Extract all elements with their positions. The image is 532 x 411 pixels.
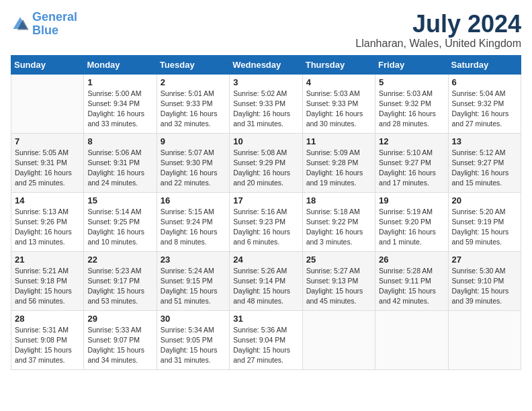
day-info: Sunrise: 5:15 AMSunset: 9:24 PMDaylight:… bbox=[161, 207, 226, 248]
calendar-cell: 14Sunrise: 5:13 AMSunset: 9:26 PMDayligh… bbox=[11, 192, 84, 251]
calendar-cell: 6Sunrise: 5:04 AMSunset: 9:32 PMDaylight… bbox=[448, 74, 521, 133]
week-row-1: 1Sunrise: 5:00 AMSunset: 9:34 PMDaylight… bbox=[11, 74, 521, 133]
day-number: 11 bbox=[306, 136, 371, 146]
calendar-cell bbox=[375, 310, 448, 369]
day-number: 18 bbox=[306, 195, 371, 205]
day-number: 30 bbox=[161, 314, 226, 324]
calendar-cell: 1Sunrise: 5:00 AMSunset: 9:34 PMDaylight… bbox=[84, 74, 157, 133]
calendar-cell: 12Sunrise: 5:10 AMSunset: 9:27 PMDayligh… bbox=[375, 133, 448, 192]
calendar-cell: 7Sunrise: 5:05 AMSunset: 9:31 PMDaylight… bbox=[11, 133, 84, 192]
day-number: 21 bbox=[15, 255, 80, 265]
day-info: Sunrise: 5:09 AMSunset: 9:28 PMDaylight:… bbox=[306, 148, 371, 189]
day-info: Sunrise: 5:00 AMSunset: 9:34 PMDaylight:… bbox=[87, 89, 152, 130]
day-info: Sunrise: 5:28 AMSunset: 9:11 PMDaylight:… bbox=[379, 266, 444, 307]
page-header: General Blue July 2024 Llanharan, Wales,… bbox=[11, 11, 521, 50]
day-number: 5 bbox=[379, 77, 444, 87]
day-info: Sunrise: 5:31 AMSunset: 9:08 PMDaylight:… bbox=[15, 325, 80, 366]
logo-text: General Blue bbox=[32, 11, 77, 38]
day-info: Sunrise: 5:12 AMSunset: 9:27 PMDaylight:… bbox=[452, 148, 517, 189]
day-number: 19 bbox=[379, 195, 444, 205]
header-sunday: Sunday bbox=[11, 55, 84, 74]
day-number: 14 bbox=[15, 195, 80, 205]
calendar-cell bbox=[448, 310, 521, 369]
header-wednesday: Wednesday bbox=[230, 55, 302, 74]
week-row-4: 21Sunrise: 5:21 AMSunset: 9:18 PMDayligh… bbox=[11, 251, 521, 310]
logo-icon bbox=[11, 15, 30, 34]
day-info: Sunrise: 5:07 AMSunset: 9:30 PMDaylight:… bbox=[161, 148, 226, 189]
calendar-cell: 16Sunrise: 5:15 AMSunset: 9:24 PMDayligh… bbox=[157, 192, 229, 251]
calendar-cell: 19Sunrise: 5:19 AMSunset: 9:20 PMDayligh… bbox=[375, 192, 448, 251]
day-number: 9 bbox=[161, 136, 226, 146]
calendar-cell: 17Sunrise: 5:16 AMSunset: 9:23 PMDayligh… bbox=[230, 192, 302, 251]
week-row-3: 14Sunrise: 5:13 AMSunset: 9:26 PMDayligh… bbox=[11, 192, 521, 251]
calendar-table: SundayMondayTuesdayWednesdayThursdayFrid… bbox=[11, 55, 521, 370]
calendar-cell: 24Sunrise: 5:26 AMSunset: 9:14 PMDayligh… bbox=[230, 251, 302, 310]
calendar-cell: 4Sunrise: 5:03 AMSunset: 9:33 PMDaylight… bbox=[302, 74, 375, 133]
day-number: 10 bbox=[233, 136, 298, 146]
day-number: 4 bbox=[306, 77, 371, 87]
day-number: 17 bbox=[233, 195, 298, 205]
calendar-cell: 30Sunrise: 5:34 AMSunset: 9:05 PMDayligh… bbox=[157, 310, 229, 369]
day-info: Sunrise: 5:05 AMSunset: 9:31 PMDaylight:… bbox=[15, 148, 80, 189]
day-info: Sunrise: 5:30 AMSunset: 9:10 PMDaylight:… bbox=[452, 266, 517, 307]
header-monday: Monday bbox=[84, 55, 157, 74]
day-number: 20 bbox=[452, 195, 517, 205]
calendar-cell: 28Sunrise: 5:31 AMSunset: 9:08 PMDayligh… bbox=[11, 310, 84, 369]
day-info: Sunrise: 5:34 AMSunset: 9:05 PMDaylight:… bbox=[161, 325, 226, 366]
day-number: 13 bbox=[452, 136, 517, 146]
day-info: Sunrise: 5:10 AMSunset: 9:27 PMDaylight:… bbox=[379, 148, 444, 189]
calendar-cell: 13Sunrise: 5:12 AMSunset: 9:27 PMDayligh… bbox=[448, 133, 521, 192]
month-year-title: July 2024 bbox=[355, 11, 521, 38]
calendar-cell: 10Sunrise: 5:08 AMSunset: 9:29 PMDayligh… bbox=[230, 133, 302, 192]
week-row-2: 7Sunrise: 5:05 AMSunset: 9:31 PMDaylight… bbox=[11, 133, 521, 192]
header-tuesday: Tuesday bbox=[157, 55, 229, 74]
day-number: 23 bbox=[161, 255, 226, 265]
location-text: Llanharan, Wales, United Kingdom bbox=[355, 38, 521, 50]
calendar-cell: 3Sunrise: 5:02 AMSunset: 9:33 PMDaylight… bbox=[230, 74, 302, 133]
calendar-cell: 2Sunrise: 5:01 AMSunset: 9:33 PMDaylight… bbox=[157, 74, 229, 133]
day-number: 3 bbox=[233, 77, 298, 87]
calendar-cell: 26Sunrise: 5:28 AMSunset: 9:11 PMDayligh… bbox=[375, 251, 448, 310]
day-number: 27 bbox=[452, 255, 517, 265]
day-info: Sunrise: 5:14 AMSunset: 9:25 PMDaylight:… bbox=[87, 207, 152, 248]
day-info: Sunrise: 5:26 AMSunset: 9:14 PMDaylight:… bbox=[233, 266, 298, 307]
day-info: Sunrise: 5:27 AMSunset: 9:13 PMDaylight:… bbox=[306, 266, 371, 307]
calendar-cell: 31Sunrise: 5:36 AMSunset: 9:04 PMDayligh… bbox=[230, 310, 302, 369]
calendar-cell: 22Sunrise: 5:23 AMSunset: 9:17 PMDayligh… bbox=[84, 251, 157, 310]
day-number: 1 bbox=[87, 77, 152, 87]
day-info: Sunrise: 5:01 AMSunset: 9:33 PMDaylight:… bbox=[161, 89, 226, 130]
day-number: 28 bbox=[15, 314, 80, 324]
day-number: 25 bbox=[306, 255, 371, 265]
header-friday: Friday bbox=[375, 55, 448, 74]
calendar-header-row: SundayMondayTuesdayWednesdayThursdayFrid… bbox=[11, 55, 521, 74]
calendar-cell bbox=[302, 310, 375, 369]
day-number: 6 bbox=[452, 77, 517, 87]
day-number: 22 bbox=[87, 255, 152, 265]
calendar-cell: 20Sunrise: 5:20 AMSunset: 9:19 PMDayligh… bbox=[448, 192, 521, 251]
day-info: Sunrise: 5:33 AMSunset: 9:07 PMDaylight:… bbox=[87, 325, 152, 366]
day-number: 8 bbox=[87, 136, 152, 146]
day-info: Sunrise: 5:08 AMSunset: 9:29 PMDaylight:… bbox=[233, 148, 298, 189]
header-saturday: Saturday bbox=[448, 55, 521, 74]
day-info: Sunrise: 5:03 AMSunset: 9:33 PMDaylight:… bbox=[306, 89, 371, 130]
day-number: 7 bbox=[15, 136, 80, 146]
title-section: July 2024 Llanharan, Wales, United Kingd… bbox=[355, 11, 521, 50]
calendar-cell: 9Sunrise: 5:07 AMSunset: 9:30 PMDaylight… bbox=[157, 133, 229, 192]
day-info: Sunrise: 5:23 AMSunset: 9:17 PMDaylight:… bbox=[87, 266, 152, 307]
day-number: 31 bbox=[233, 314, 298, 324]
day-number: 15 bbox=[87, 195, 152, 205]
calendar-cell: 18Sunrise: 5:18 AMSunset: 9:22 PMDayligh… bbox=[302, 192, 375, 251]
day-number: 29 bbox=[87, 314, 152, 324]
calendar-cell: 27Sunrise: 5:30 AMSunset: 9:10 PMDayligh… bbox=[448, 251, 521, 310]
day-info: Sunrise: 5:16 AMSunset: 9:23 PMDaylight:… bbox=[233, 207, 298, 248]
day-number: 24 bbox=[233, 255, 298, 265]
day-info: Sunrise: 5:20 AMSunset: 9:19 PMDaylight:… bbox=[452, 207, 517, 248]
week-row-5: 28Sunrise: 5:31 AMSunset: 9:08 PMDayligh… bbox=[11, 310, 521, 369]
day-number: 12 bbox=[379, 136, 444, 146]
day-info: Sunrise: 5:02 AMSunset: 9:33 PMDaylight:… bbox=[233, 89, 298, 130]
calendar-cell: 8Sunrise: 5:06 AMSunset: 9:31 PMDaylight… bbox=[84, 133, 157, 192]
logo: General Blue bbox=[11, 11, 77, 38]
day-info: Sunrise: 5:24 AMSunset: 9:15 PMDaylight:… bbox=[161, 266, 226, 307]
day-info: Sunrise: 5:21 AMSunset: 9:18 PMDaylight:… bbox=[15, 266, 80, 307]
calendar-cell: 23Sunrise: 5:24 AMSunset: 9:15 PMDayligh… bbox=[157, 251, 229, 310]
